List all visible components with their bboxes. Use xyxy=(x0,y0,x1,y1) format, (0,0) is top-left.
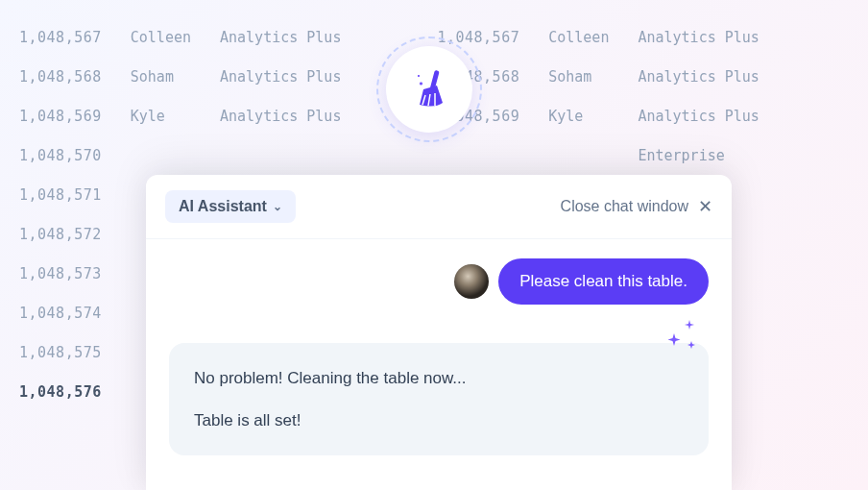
table-cell-name xyxy=(131,147,191,164)
chat-header: AI Assistant ⌄ Close chat window ✕ xyxy=(146,175,732,239)
chat-body: Please clean this table. No problem! Cle… xyxy=(146,239,732,475)
table-cell-name: Kyle xyxy=(131,108,191,125)
assistant-selector[interactable]: AI Assistant ⌄ xyxy=(165,190,296,223)
assistant-label: AI Assistant xyxy=(179,198,267,215)
table-cell-name: Soham xyxy=(131,68,191,86)
user-message-bubble: Please clean this table. xyxy=(498,258,709,305)
clean-badge xyxy=(386,46,472,133)
table-cell-plan: Analytics Plus xyxy=(638,68,759,86)
table-cell-id: 1,048,575 xyxy=(19,344,102,361)
table-cell-id: 1,048,568 xyxy=(19,68,102,86)
table-cell-id: 1,048,572 xyxy=(19,226,102,243)
table-cell-id: 1,048,567 xyxy=(19,29,102,46)
table-cell-id: 1,048,573 xyxy=(19,265,102,282)
close-chat-button[interactable]: Close chat window ✕ xyxy=(561,196,712,217)
table-cell-id: 1,048,569 xyxy=(19,108,102,125)
user-message-text: Please clean this table. xyxy=(519,272,687,290)
table-cell-plan: Analytics Plus xyxy=(220,108,341,125)
table-cell-id: 1,048,576 xyxy=(19,383,102,401)
badge-ring xyxy=(376,37,482,142)
close-icon: ✕ xyxy=(698,196,712,217)
table-cell-name xyxy=(548,147,609,164)
user-avatar xyxy=(454,264,489,299)
assistant-message-bubble: No problem! Cleaning the table now... Ta… xyxy=(169,343,709,455)
table-cell-id: 1,048,574 xyxy=(19,305,102,322)
table-cell-plan: Analytics Plus xyxy=(220,68,341,86)
table-cell-name: Kyle xyxy=(548,108,609,125)
table-cell-plan: Analytics Plus xyxy=(638,29,759,46)
table-cell-plan: Enterprise xyxy=(638,147,759,164)
assistant-line-1: No problem! Cleaning the table now... xyxy=(194,366,684,391)
close-label: Close chat window xyxy=(561,198,688,215)
assistant-line-2: Table is all set! xyxy=(194,408,684,433)
user-message-row: Please clean this table. xyxy=(169,258,709,305)
table-cell-name: Colleen xyxy=(548,29,609,46)
table-cell-plan: Analytics Plus xyxy=(220,29,341,46)
table-cell-plan: Analytics Plus xyxy=(638,108,759,125)
table-cell-name: Soham xyxy=(548,68,609,86)
table-cell-id: 1,048,571 xyxy=(19,186,102,204)
sparkle-icon xyxy=(647,316,701,358)
table-cell-id: 1,048,570 xyxy=(19,147,102,164)
chevron-down-icon: ⌄ xyxy=(273,200,282,213)
table-cell-name: Colleen xyxy=(131,29,191,46)
table-cell-plan xyxy=(220,147,341,164)
chat-window: AI Assistant ⌄ Close chat window ✕ Pleas… xyxy=(146,175,732,490)
